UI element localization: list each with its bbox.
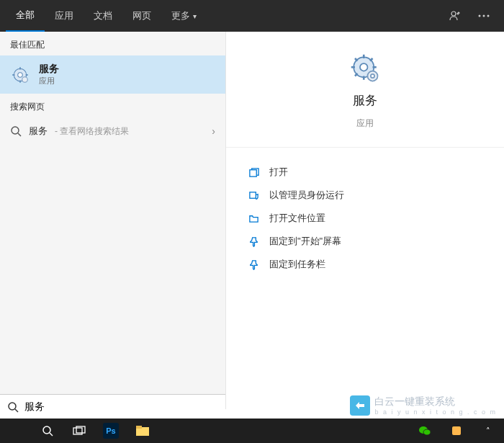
action-run-as-admin[interactable]: 以管理员身份运行 [248,184,482,207]
watermark-url: b a i y u n x i t o n g . c o m [374,408,497,416]
tray-app-icon[interactable] [441,419,472,443]
svg-point-0 [451,12,456,16]
action-label: 固定到任务栏 [269,258,325,271]
best-match-item[interactable]: 服务 应用 [0,55,225,94]
search-bar [0,394,225,419]
folder-icon [248,212,259,224]
svg-line-19 [355,58,358,61]
svg-line-12 [18,133,21,136]
best-match-header: 最佳匹配 [0,32,225,55]
pin-icon [248,259,259,270]
detail-subtitle: 应用 [356,117,374,130]
action-label: 固定到"开始"屏幕 [269,235,341,248]
watermark: 白云一键重装系统 b a i y u n x i t o n g . c o m [350,395,497,416]
taskbar: Ps ˄ [0,419,504,443]
photoshop-icon: Ps [103,423,119,439]
taskbar-search-icon[interactable] [32,419,63,443]
svg-point-11 [12,127,19,134]
taskbar-app-explorer[interactable] [127,419,158,443]
web-search-item[interactable]: 服务 - 查看网络搜索结果 › [0,117,225,145]
svg-rect-31 [73,428,82,434]
detail-title: 服务 [353,92,377,109]
detail-actions: 打开 以管理员身份运行 打开文件位置 固定到"开始"屏幕 固定到任务栏 [226,148,504,289]
tab-apps[interactable]: 应用 [45,1,84,31]
pin-icon [248,236,259,247]
search-icon [7,401,19,413]
feedback-icon[interactable] [441,0,469,32]
services-gear-icon [350,53,380,84]
svg-rect-25 [249,169,256,176]
services-gear-icon [10,65,30,85]
action-label: 以管理员身份运行 [269,189,344,202]
svg-point-1 [479,15,481,17]
tab-web[interactable]: 网页 [122,1,161,31]
detail-header: 服务 应用 [226,53,504,148]
tab-more[interactable]: 更多 ▾ [161,1,207,31]
results-list-panel: 最佳匹配 服务 应用 搜索网页 服务 - 查看网络搜索结果 › [0,32,225,409]
svg-rect-34 [136,426,142,429]
watermark-logo-icon [350,395,370,416]
svg-point-27 [9,403,16,410]
detail-panel: 服务 应用 打开 以管理员身份运行 打开文件位置 固定到"开始"屏幕 固 [225,32,504,409]
action-pin-to-taskbar[interactable]: 固定到任务栏 [248,253,482,276]
svg-line-30 [50,433,53,436]
best-match-title: 服务 [39,63,59,76]
action-pin-to-start[interactable]: 固定到"开始"屏幕 [248,230,482,253]
action-open-file-location[interactable]: 打开文件位置 [248,207,482,230]
svg-rect-26 [249,192,255,197]
svg-point-3 [487,15,490,17]
action-label: 打开文件位置 [269,212,325,225]
best-match-subtitle: 应用 [39,76,59,86]
search-results-content: 最佳匹配 服务 应用 搜索网页 服务 - 查看网络搜索结果 › 服务 [0,32,504,409]
action-open[interactable]: 打开 [248,161,482,184]
search-tabs-bar: 全部 应用 文档 网页 更多 ▾ [0,0,504,32]
tray-wechat-icon[interactable] [409,419,441,443]
taskbar-app-photoshop[interactable]: Ps [95,419,127,443]
svg-line-28 [15,409,18,412]
action-label: 打开 [269,166,288,179]
svg-point-24 [371,74,374,78]
search-icon [10,125,22,137]
svg-rect-37 [452,426,461,435]
web-search-term: 服务 [29,125,48,138]
svg-point-10 [22,76,28,82]
svg-line-21 [355,73,358,76]
tab-all[interactable]: 全部 [6,0,45,32]
svg-point-5 [18,72,23,77]
taskbar-task-view-icon[interactable] [63,419,95,443]
tray-chevron-up-icon[interactable]: ˄ [472,419,504,443]
web-search-header: 搜索网页 [0,94,225,117]
svg-point-29 [43,426,50,434]
svg-point-14 [360,63,368,71]
more-options-icon[interactable] [469,0,498,32]
svg-line-22 [370,58,373,61]
search-input[interactable] [24,401,218,413]
chevron-right-icon: › [212,125,215,137]
tab-documents[interactable]: 文档 [84,1,122,31]
admin-shield-icon [248,189,259,201]
web-search-hint: - 查看网络搜索结果 [55,125,129,138]
svg-point-36 [423,429,431,435]
svg-rect-32 [76,426,85,433]
open-icon [248,166,259,178]
watermark-text: 白云一键重装系统 [374,395,455,407]
svg-point-2 [483,15,485,17]
